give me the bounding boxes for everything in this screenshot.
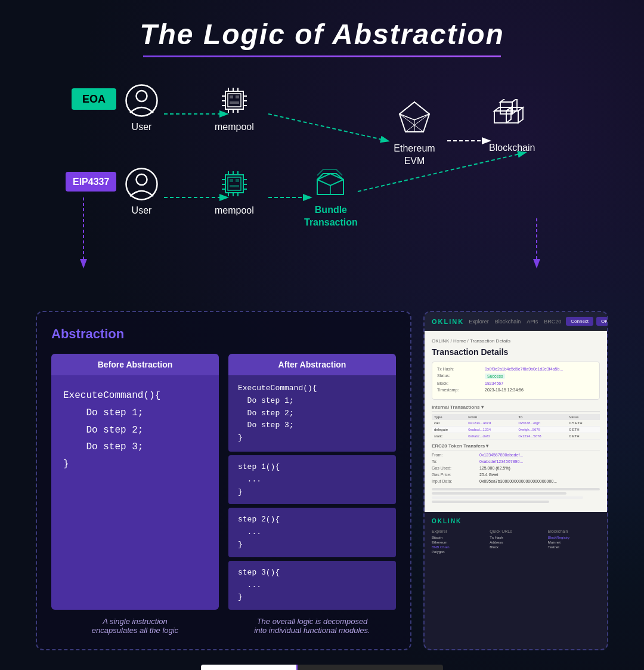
ui-gasprice-label: Gas Price: (432, 473, 479, 477)
ui-input-label: Input Data: (432, 479, 479, 483)
ui-data-line (432, 492, 566, 495)
ui-to-label: To: (432, 459, 479, 464)
ui-time-value: 2023-10-15 12:34:56 (485, 388, 524, 392)
mempool-top: mempool (215, 84, 254, 132)
svg-rect-26 (230, 101, 239, 104)
svg-rect-44 (236, 179, 239, 182)
svg-line-1 (268, 114, 388, 141)
before-abstraction-code: ExecuteCommand(){ Do step 1; Do step 2; … (51, 375, 219, 610)
ui-footer-col-quick: Quick URLs Tx Hash Address Block (490, 529, 541, 555)
ui-th-to: To (516, 414, 567, 420)
user-icon-bottom (125, 168, 158, 200)
chip-icon-bottom (216, 168, 252, 200)
ui-block-value: 18234567 (485, 381, 503, 385)
ui-block-label: Block: (437, 381, 485, 385)
ui-footer-item: Mainnet (548, 541, 600, 544)
ui-footer-item: Tx Hash (490, 536, 541, 539)
ui-connect-btn[interactable]: Connect (566, 317, 593, 326)
ui-footer-col-title-explorer: Explorer (432, 529, 484, 533)
svg-point-9 (137, 91, 147, 101)
chip-icon-top (216, 84, 252, 117)
ui-summary-box: Tx Hash: 0x8f3e2a1b4c5d6e7f8a9b0c1d2e3f4… (432, 362, 600, 400)
ui-page-title: Transaction Details (432, 347, 600, 357)
ui-time-label: Timestamp: (437, 388, 485, 392)
eip-tag: EIP4337 (66, 177, 116, 187)
ui-data-line (432, 496, 583, 499)
ui-panel: OKLINK Explorer Blockchain APIs BRC20 Co… (423, 311, 608, 650)
ui-footer-panel: OKLINK Explorer Bitcoin Ethereum BNB Cha… (425, 512, 607, 561)
ui-footer-item: Polygon (432, 550, 484, 554)
mempool-bottom: mempool (215, 168, 254, 216)
user-bottom: User (125, 168, 158, 216)
ui-data-lines (432, 488, 600, 503)
ui-nav-apis: APIs (527, 319, 538, 325)
brand-footer: 欧科云链 欧科云链研究院 (36, 665, 608, 670)
after-step1-block: step 1(){ ...} (228, 455, 396, 504)
ui-status-label: Status: (437, 373, 485, 379)
ui-from-value: 0x1234567890abcdef... (479, 453, 523, 457)
abstraction-title: Abstraction (51, 326, 396, 342)
eoa-tag: EOA (72, 93, 116, 106)
ui-td-value: 0.5 ETH (567, 420, 600, 427)
bottom-section: Abstraction Before Abstraction ExecuteCo… (36, 311, 608, 650)
ui-footer-col-blockchain: Blockchain BlockRegistry Mainnet Testnet (548, 529, 600, 555)
ui-footer-logo: OKLINK (432, 518, 600, 524)
ui-oklink-btn[interactable]: OKLINK (596, 317, 608, 326)
ui-data-line (432, 501, 549, 503)
bundle-label: BundleTransaction (304, 204, 358, 229)
ui-footer-item: Testnet (548, 545, 600, 549)
before-abstraction-header: Before Abstraction (51, 354, 219, 375)
after-abstraction-desc: The overall logic is decomposedinto indi… (228, 617, 396, 635)
bundle-transaction: BundleTransaction (304, 165, 358, 229)
main-container: The Logic of Abstraction (0, 0, 644, 670)
svg-rect-43 (230, 179, 233, 182)
ui-buttons: Connect OKLINK (566, 317, 608, 326)
svg-marker-60 (512, 99, 517, 114)
page-title: The Logic of Abstraction (36, 18, 608, 51)
code-columns: Before Abstraction ExecuteCommand(){ Do … (51, 354, 396, 635)
before-code-text: ExecuteCommand(){ Do step 1; Do step 2; … (63, 387, 207, 473)
ui-from-row: From: 0x1234567890abcdef... (432, 453, 600, 457)
ui-gasprice-value: 25.4 Gwei (479, 473, 499, 477)
ui-footer-item: BlockRegistry (548, 536, 600, 539)
ui-input-value: 0x095ea7b30000000000000000000000... (479, 479, 557, 483)
bundle-icon (311, 165, 350, 200)
ui-footer-rows: Explorer Bitcoin Ethereum BNB Chain Poly… (432, 529, 600, 555)
blockchain: Blockchain (489, 99, 535, 153)
ui-to-row: To: 0xabcdef1234567890... (432, 459, 600, 464)
ui-table-row: call 0x1234...abcd 0x5678...efgh 0.5 ETH (432, 420, 600, 427)
ethereum-evm: EthereumEVM (394, 99, 435, 168)
svg-marker-57 (518, 107, 523, 123)
ui-content: OKLINK / Home / Transaction Details Tran… (425, 331, 607, 512)
ui-txhash-value: 0x8f3e2a1b4c5d6e7f8a9b0c1d2e3f4a5b... (485, 367, 563, 371)
after-step2-code: step 2(){ ...} (238, 514, 386, 551)
ui-to-value: 0xabcdef1234567890... (479, 459, 523, 464)
ui-data-line (432, 488, 600, 490)
ui-nav-explorer: Explorer (469, 319, 489, 325)
ui-footer-item: Address (490, 541, 541, 544)
after-abstraction-col: After Abstraction ExecuteCommand(){ Do s… (228, 354, 396, 635)
ui-gasused-row: Gas Used: 125,000 (62.5%) (432, 466, 600, 470)
svg-point-28 (137, 174, 147, 185)
ethereum-icon (394, 99, 435, 138)
after-abstraction-header: After Abstraction (228, 354, 396, 375)
ui-from-label: From: (432, 453, 479, 457)
ui-nav: Explorer Blockchain APIs BRC20 (469, 319, 561, 325)
ui-txhash-row: Tx Hash: 0x8f3e2a1b4c5d6e7f8a9b0c1d2e3f4… (437, 367, 595, 371)
title-underline (143, 55, 501, 57)
user-icon-top (125, 84, 158, 117)
ui-table-row: delegate 0xabcd...1234 0xefgh...5678 0 E… (432, 427, 600, 433)
ui-time-row: Timestamp: 2023-10-15 12:34:56 (437, 388, 595, 392)
after-step2-block: step 2(){ ...} (228, 508, 396, 557)
svg-rect-45 (230, 185, 239, 187)
ui-status-row: Status: Success (437, 373, 595, 379)
ui-erc20-title: ERC20 Token Transfers ▾ (432, 443, 600, 450)
ui-gasused-label: Gas Used: (432, 466, 479, 470)
user-top: User (125, 84, 158, 132)
after-abstraction-blocks: ExecuteCommand(){ Do step 1; Do step 2; … (228, 375, 396, 610)
after-step3-block: step 3(){ ...} (228, 561, 396, 610)
ui-block-row: Block: 18234567 (437, 381, 595, 385)
ui-footer-item: Bitcoin (432, 536, 484, 539)
after-main-code: ExecuteCommand(){ Do step 1; Do step 2; … (238, 382, 386, 444)
ui-nav-brc20: BRC20 (544, 319, 561, 325)
